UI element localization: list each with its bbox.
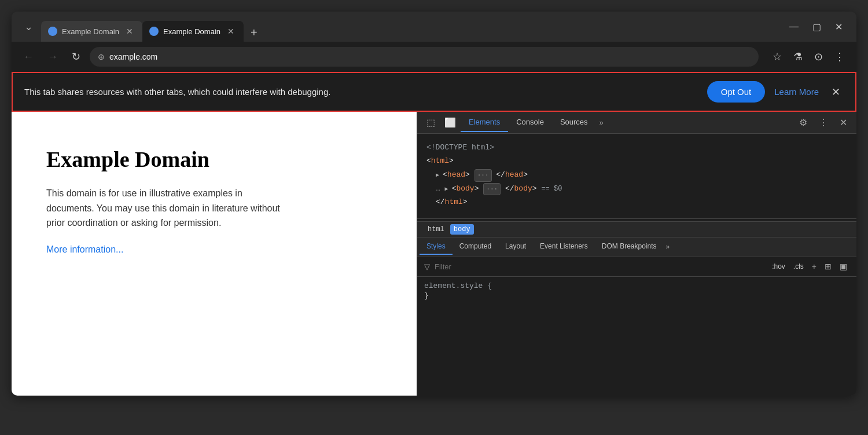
html-line-html-close: </html>	[426, 195, 847, 209]
tab-elements[interactable]: Elements	[461, 113, 508, 132]
back-button[interactable]: ←	[19, 47, 38, 67]
profile-button[interactable]: ⊙	[810, 47, 827, 67]
window-buttons: — ▢ ✕	[785, 19, 852, 35]
filter-icon: ▽	[424, 262, 430, 271]
css-code-area: element.style { }	[417, 277, 856, 305]
devtools-panel: ⬚ ⬜ Elements Console Sources » ⚙ ⋮ ✕ <!D…	[417, 112, 856, 396]
maximize-button[interactable]: ▢	[808, 19, 826, 35]
notification-message: This tab shares resources with other tab…	[24, 87, 698, 97]
devtools-menu-button[interactable]: ⋮	[814, 115, 833, 130]
hov-badge[interactable]: :hov	[770, 261, 788, 272]
page-body: This domain is for use in illustrative e…	[46, 186, 289, 231]
more-information-link[interactable]: More information...	[46, 244, 123, 254]
page-content: Example Domain This domain is for use in…	[12, 112, 417, 396]
styles-tab-layout[interactable]: Layout	[498, 239, 533, 255]
bookmark-button[interactable]: ☆	[768, 47, 786, 67]
site-security-icon: ⊕	[98, 52, 105, 61]
tab-2[interactable]: Example Domain ✕	[142, 21, 244, 42]
browser-window: ⌄ Example Domain ✕ Example Domain ✕ + — …	[12, 12, 856, 396]
tab-more[interactable]: »	[596, 114, 607, 131]
head-dots[interactable]: ···	[475, 169, 492, 182]
forward-button[interactable]: →	[43, 47, 62, 67]
filter-bar: ▽ :hov .cls + ⊞ ▣	[417, 257, 856, 277]
breadcrumb-body[interactable]: body	[450, 224, 474, 235]
html-line-doctype: <!DOCTYPE html>	[426, 141, 847, 154]
filter-right: :hov .cls + ⊞ ▣	[770, 261, 849, 272]
filter-input[interactable]	[435, 262, 765, 271]
css-closing-brace: }	[424, 291, 849, 300]
styles-tab-dom-breakpoints[interactable]: DOM Breakpoints	[595, 239, 664, 255]
toolbar-icons: ☆ ⚗ ⊙ ⋮	[768, 47, 849, 67]
minimize-button[interactable]: —	[785, 19, 803, 34]
reload-button[interactable]: ↻	[67, 47, 85, 67]
add-style-button[interactable]: +	[810, 261, 819, 272]
tab-title-1: Example Domain	[62, 27, 119, 36]
tab-close-1[interactable]: ✕	[124, 26, 135, 36]
cls-badge[interactable]: .cls	[791, 261, 806, 272]
tab-favicon-2	[149, 27, 159, 36]
tab-favicon-1	[48, 27, 57, 36]
styles-tab-styles[interactable]: Styles	[420, 239, 453, 255]
title-bar: ⌄ Example Domain ✕ Example Domain ✕ + — …	[12, 12, 856, 42]
address-bar: ← → ↻ ⊕ ☆ ⚗ ⊙ ⋮	[12, 42, 856, 72]
devtools-separator	[417, 218, 856, 219]
css-selector: element.style {	[424, 282, 849, 290]
devtools-right-icons: ⚙ ⋮ ✕	[795, 115, 852, 130]
notification-bar: This tab shares resources with other tab…	[12, 72, 856, 112]
layout-icon-button[interactable]: ⊞	[822, 261, 834, 272]
tab-sources[interactable]: Sources	[552, 113, 596, 132]
main-content: Example Domain This domain is for use in…	[12, 112, 856, 396]
grid-icon-button[interactable]: ▣	[837, 261, 849, 272]
opt-out-button[interactable]: Opt Out	[707, 81, 766, 103]
styles-tab-more[interactable]: »	[664, 239, 672, 254]
address-input[interactable]	[109, 52, 751, 61]
new-tab-button[interactable]: +	[246, 24, 262, 42]
close-window-button[interactable]: ✕	[830, 19, 847, 35]
address-input-wrap: ⊕	[90, 47, 759, 67]
notification-close-button[interactable]: ✕	[828, 85, 844, 100]
learn-more-link[interactable]: Learn More	[774, 87, 819, 97]
tab-1[interactable]: Example Domain ✕	[41, 21, 142, 42]
devtools-tab-bar: ⬚ ⬜ Elements Console Sources » ⚙ ⋮ ✕	[417, 112, 856, 134]
html-line-body[interactable]: … ▶ <body> ··· </body> == $0	[426, 182, 847, 196]
styles-tab-computed[interactable]: Computed	[453, 239, 498, 255]
tab-console[interactable]: Console	[508, 113, 552, 132]
responsive-icon-button[interactable]: ⬜	[440, 115, 461, 130]
html-line-html-open[interactable]: <html>	[426, 154, 847, 167]
html-line-head[interactable]: ▶ <head> ··· </head>	[426, 168, 847, 182]
styles-tab-event-listeners[interactable]: Event Listeners	[533, 239, 595, 255]
menu-button[interactable]: ⋮	[830, 47, 849, 67]
breadcrumb-html[interactable]: html	[424, 224, 448, 235]
tab-close-2[interactable]: ✕	[225, 26, 237, 36]
devtools-html-tree: <!DOCTYPE html> <html> ▶ <head> ··· </he…	[417, 134, 856, 216]
inspector-icon-button[interactable]: ⬚	[422, 115, 440, 130]
page-title: Example Domain	[46, 147, 382, 172]
devtools-breadcrumb: html body	[417, 221, 856, 237]
body-dots[interactable]: ···	[483, 183, 501, 196]
devtools-styles-tabs: Styles Computed Layout Event Listeners D…	[417, 237, 856, 257]
tabs-area: Example Domain ✕ Example Domain ✕ +	[41, 12, 785, 42]
devtools-close-button[interactable]: ✕	[835, 115, 852, 130]
devtools-html-wrapper: <!DOCTYPE html> <html> ▶ <head> ··· </he…	[417, 134, 856, 396]
tab-title-2: Example Domain	[163, 27, 220, 36]
labs-button[interactable]: ⚗	[789, 47, 807, 67]
devtools-settings-button[interactable]: ⚙	[795, 115, 812, 130]
chevron-button[interactable]: ⌄	[21, 18, 36, 35]
window-controls: ⌄	[16, 18, 41, 35]
